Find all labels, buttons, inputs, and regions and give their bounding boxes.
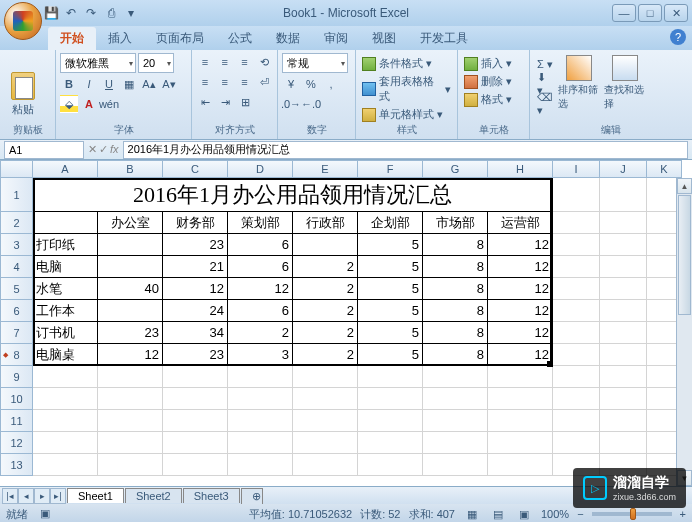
italic-button[interactable]: I: [80, 75, 98, 93]
col-header[interactable]: K: [647, 160, 682, 178]
cell[interactable]: [423, 410, 488, 432]
cell[interactable]: 行政部: [293, 212, 358, 234]
tab-pagelayout[interactable]: 页面布局: [144, 27, 216, 50]
cell[interactable]: 8: [423, 234, 488, 256]
row-header[interactable]: 3: [0, 234, 33, 256]
tab-formulas[interactable]: 公式: [216, 27, 264, 50]
cell[interactable]: [293, 410, 358, 432]
cell[interactable]: 财务部: [163, 212, 228, 234]
cell[interactable]: 水笔: [33, 278, 98, 300]
zoom-slider[interactable]: [592, 512, 672, 516]
tab-data[interactable]: 数据: [264, 27, 312, 50]
save-icon[interactable]: 💾: [42, 4, 60, 22]
inc-decimal-button[interactable]: .0→: [282, 95, 300, 113]
cell[interactable]: [228, 454, 293, 476]
cell[interactable]: [358, 388, 423, 410]
row-header[interactable]: 2: [0, 212, 33, 234]
select-all-corner[interactable]: [0, 160, 33, 178]
col-header[interactable]: J: [600, 160, 647, 178]
cell[interactable]: [163, 432, 228, 454]
minimize-button[interactable]: —: [612, 4, 636, 22]
format-cells-button[interactable]: 格式 ▾: [462, 91, 525, 108]
sheet-tab-3[interactable]: Sheet3: [183, 488, 240, 503]
cell[interactable]: [163, 388, 228, 410]
undo-icon[interactable]: ↶: [62, 4, 80, 22]
cell[interactable]: 6: [228, 300, 293, 322]
cell[interactable]: [600, 234, 647, 256]
cell[interactable]: [553, 322, 600, 344]
currency-button[interactable]: ¥: [282, 75, 300, 93]
cell[interactable]: [33, 366, 98, 388]
cell[interactable]: 5: [358, 234, 423, 256]
cell[interactable]: [488, 432, 553, 454]
cell[interactable]: [600, 178, 647, 212]
cell[interactable]: [98, 366, 163, 388]
cell[interactable]: [98, 256, 163, 278]
cell[interactable]: [423, 366, 488, 388]
cell[interactable]: 打印纸: [33, 234, 98, 256]
grow-font-button[interactable]: A▴: [140, 75, 158, 93]
zoom-level[interactable]: 100%: [541, 508, 569, 520]
cond-format-button[interactable]: 条件格式 ▾: [360, 55, 453, 72]
view-layout-button[interactable]: ▤: [489, 505, 507, 522]
cell[interactable]: 2: [293, 300, 358, 322]
row-header[interactable]: 9: [0, 366, 33, 388]
worksheet-grid[interactable]: A B C D E F G H I J K 1 2 3 4 5 6 7 8 9 …: [0, 160, 692, 486]
row-header[interactable]: 11: [0, 410, 33, 432]
col-header[interactable]: C: [163, 160, 228, 178]
col-header[interactable]: H: [488, 160, 553, 178]
cell[interactable]: [98, 454, 163, 476]
cell[interactable]: 12: [488, 278, 553, 300]
percent-button[interactable]: %: [302, 75, 320, 93]
cell[interactable]: [423, 388, 488, 410]
phonetic-button[interactable]: wén: [100, 95, 118, 113]
office-button[interactable]: [4, 2, 42, 40]
cell[interactable]: 34: [163, 322, 228, 344]
col-header[interactable]: D: [228, 160, 293, 178]
cell[interactable]: 12: [228, 278, 293, 300]
cell[interactable]: [600, 432, 647, 454]
cell[interactable]: 工作本: [33, 300, 98, 322]
prev-sheet-button[interactable]: ◂: [18, 488, 34, 504]
next-sheet-button[interactable]: ▸: [34, 488, 50, 504]
tab-review[interactable]: 审阅: [312, 27, 360, 50]
scroll-up-icon[interactable]: ▲: [677, 178, 692, 194]
cell[interactable]: 3: [228, 344, 293, 366]
cell[interactable]: [553, 178, 600, 212]
row-header[interactable]: 6: [0, 300, 33, 322]
cell-style-button[interactable]: 单元格样式 ▾: [360, 106, 453, 123]
cancel-formula-icon[interactable]: ✕: [88, 143, 97, 156]
font-name-combo[interactable]: 微软雅黑: [60, 53, 136, 73]
cell[interactable]: 8: [423, 256, 488, 278]
align-left-button[interactable]: ≡: [196, 73, 214, 91]
sheet-tab-1[interactable]: Sheet1: [67, 488, 124, 503]
merge-button[interactable]: ⊞: [236, 93, 254, 111]
row-header[interactable]: 1: [0, 178, 33, 212]
cell[interactable]: [553, 366, 600, 388]
cell[interactable]: [488, 366, 553, 388]
row-header[interactable]: 8: [0, 344, 33, 366]
wrap-text-button[interactable]: ⏎: [255, 73, 273, 91]
first-sheet-button[interactable]: |◂: [2, 488, 18, 504]
cell[interactable]: 2: [293, 256, 358, 278]
cell[interactable]: [358, 432, 423, 454]
align-bottom-button[interactable]: ≡: [236, 53, 254, 71]
cell[interactable]: [553, 432, 600, 454]
clear-button[interactable]: ⌫ ▾: [536, 95, 554, 113]
cell[interactable]: [553, 212, 600, 234]
cell[interactable]: [98, 234, 163, 256]
qat-more-icon[interactable]: ▾: [122, 4, 140, 22]
row-header[interactable]: 7: [0, 322, 33, 344]
cell[interactable]: [228, 432, 293, 454]
cell[interactable]: 5: [358, 256, 423, 278]
cell[interactable]: 企划部: [358, 212, 423, 234]
cell[interactable]: [293, 366, 358, 388]
cell[interactable]: 电脑: [33, 256, 98, 278]
cell[interactable]: [358, 454, 423, 476]
zoom-in-button[interactable]: +: [680, 508, 686, 520]
cell[interactable]: 办公室: [98, 212, 163, 234]
cell[interactable]: [553, 344, 600, 366]
row-header[interactable]: 10: [0, 388, 33, 410]
cell[interactable]: 电脑桌: [33, 344, 98, 366]
col-header[interactable]: I: [553, 160, 600, 178]
